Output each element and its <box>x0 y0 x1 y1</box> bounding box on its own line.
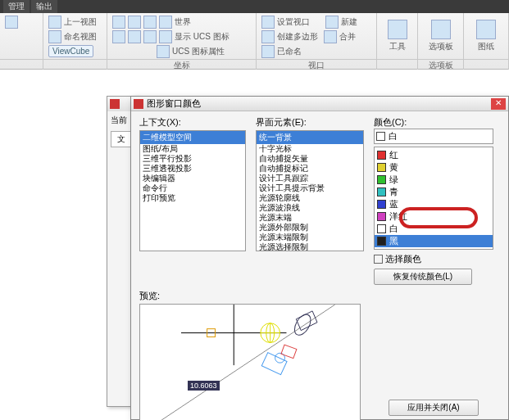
ucs-props-label: UCS 图标属性 <box>172 46 225 57</box>
create-poly-icon[interactable] <box>261 30 275 43</box>
list-item[interactable]: 自动捕捉标记 <box>257 164 363 174</box>
back-icon[interactable] <box>5 16 18 29</box>
color-item[interactable]: 青 <box>375 186 493 198</box>
color-item[interactable]: 绿 <box>375 174 493 186</box>
list-item[interactable]: 三维透视投影 <box>140 164 245 174</box>
color-swatch-icon <box>377 212 386 221</box>
menubar: 管理 输出 <box>0 0 509 13</box>
svg-marker-9 <box>296 311 317 331</box>
menu-item[interactable]: 管理 <box>3 0 30 13</box>
ucs-icon[interactable] <box>143 16 157 29</box>
palette-icon[interactable] <box>431 20 451 39</box>
list-item[interactable]: 光源轮廓线 <box>257 193 363 203</box>
menu-item[interactable]: 输出 <box>31 0 57 13</box>
color-item[interactable]: 红 <box>375 149 493 161</box>
panel-label: 选项板 <box>418 60 464 70</box>
restore-button[interactable]: 恢复传统颜色(L) <box>374 269 472 285</box>
app-icon <box>110 99 120 109</box>
merge-icon[interactable] <box>324 30 337 43</box>
new-icon[interactable] <box>325 16 339 29</box>
preview-label: 预览: <box>139 290 500 302</box>
app-icon <box>134 99 143 109</box>
world-icon[interactable] <box>159 16 172 29</box>
list-item[interactable]: 光源末端 <box>257 213 363 223</box>
color-swatch-icon <box>377 151 386 160</box>
color-dialog: 图形窗口颜色 ✕ 上下文(X): 二维模型空间 图纸/布局 三维平行投影 三维透… <box>130 96 509 420</box>
color-swatch-icon <box>377 175 386 184</box>
dialog-title: 图形窗口颜色 <box>147 97 491 110</box>
ucs-props-icon[interactable] <box>157 45 170 58</box>
checkbox-icon[interactable] <box>374 255 383 264</box>
color-swatch-icon <box>377 163 386 172</box>
named-view-label: 命名视图 <box>64 31 97 43</box>
select-color-row[interactable]: 选择颜色 <box>374 253 493 265</box>
panel-label: 坐标 <box>107 60 257 70</box>
list-item[interactable]: 打印预览 <box>140 193 245 203</box>
context-label: 上下文(X): <box>139 116 246 129</box>
list-item[interactable]: 光源选择限制 <box>257 242 363 251</box>
preview-box: 10.6063 28.2280 6.0884 <box>139 304 361 420</box>
show-ucs-icon[interactable] <box>159 30 172 43</box>
color-item[interactable]: 蓝 <box>375 198 493 210</box>
color-item[interactable]: 黄 <box>375 161 493 174</box>
ucs-icon[interactable] <box>112 16 125 29</box>
list-item[interactable]: 光源外部限制 <box>257 223 363 233</box>
behind-tab[interactable]: 文 <box>111 131 132 147</box>
element-listbox[interactable]: 统一背景 十字光标 自动捕捉矢量 自动捕捉标记 设计工具跟踪 设计工具提示背景 … <box>256 130 364 251</box>
color-swatch-icon <box>377 224 386 233</box>
ribbon: 管理 输出 上一视图 命名视图 ViewCube 世界 显示 <box>0 0 509 70</box>
element-label: 界面元素(E): <box>256 116 364 129</box>
list-item[interactable]: 光源波浪线 <box>257 203 363 213</box>
color-label: 颜色(C): <box>374 116 493 129</box>
svg-rect-12 <box>281 345 297 359</box>
show-ucs-label: 显示 UCS 图标 <box>175 31 230 43</box>
ucs-icon[interactable] <box>112 30 125 43</box>
preview-value: 10.6063 <box>188 381 220 391</box>
list-item[interactable]: 设计工具跟踪 <box>257 174 363 183</box>
color-item[interactable]: 白 <box>375 223 493 235</box>
color-current[interactable]: 白 <box>374 129 493 144</box>
ucs-icon[interactable] <box>128 16 141 29</box>
viewcube-button[interactable]: ViewCube <box>48 45 93 57</box>
ucs-icon[interactable] <box>128 30 141 43</box>
color-item[interactable]: 洋红 <box>375 210 493 223</box>
ucs-icon[interactable] <box>143 30 157 43</box>
list-item[interactable]: 三维平行投影 <box>140 154 245 164</box>
list-item[interactable]: 命令行 <box>140 183 245 193</box>
prev-view-label: 上一视图 <box>64 16 97 28</box>
color-item[interactable]: 黑 <box>375 235 493 247</box>
list-item[interactable]: 自动捕捉矢量 <box>257 154 363 164</box>
list-item[interactable]: 设计工具提示背景 <box>257 183 363 193</box>
color-list[interactable]: 红 黄 绿 青 蓝 洋红 白 黑 <box>374 147 493 250</box>
color-swatch-icon <box>377 200 386 209</box>
world-label: 世界 <box>175 16 191 28</box>
color-swatch-icon <box>376 132 385 141</box>
list-item[interactable]: 光源末端限制 <box>257 233 363 242</box>
list-item[interactable]: 十字光标 <box>257 144 363 154</box>
named-view-icon[interactable] <box>48 30 61 43</box>
color-swatch-icon <box>377 237 386 246</box>
sheet-icon[interactable] <box>476 20 496 39</box>
prev-view-icon[interactable] <box>48 16 61 29</box>
apply-close-button[interactable]: 应用并关闭(A) <box>389 400 479 416</box>
dialog-titlebar[interactable]: 图形窗口颜色 ✕ <box>131 97 508 111</box>
list-item[interactable]: 块编辑器 <box>140 174 245 183</box>
color-swatch-icon <box>377 187 386 196</box>
svg-rect-10 <box>261 353 287 375</box>
panel-label: 视口 <box>257 60 377 70</box>
named-vp-icon[interactable] <box>261 45 275 58</box>
svg-line-0 <box>141 305 335 420</box>
tools-icon[interactable] <box>388 20 407 39</box>
close-icon[interactable]: ✕ <box>491 98 506 110</box>
set-viewport-icon[interactable] <box>261 16 275 29</box>
preview-svg <box>140 305 360 420</box>
list-item[interactable]: 图纸/布局 <box>140 144 245 154</box>
context-listbox[interactable]: 二维模型空间 图纸/布局 三维平行投影 三维透视投影 块编辑器 命令行 打印预览 <box>139 130 246 251</box>
ribbon-panel-labels: 坐标 视口 选项板 <box>0 59 509 70</box>
list-item[interactable]: 二维模型空间 <box>140 131 245 144</box>
list-item[interactable]: 统一背景 <box>257 131 363 144</box>
